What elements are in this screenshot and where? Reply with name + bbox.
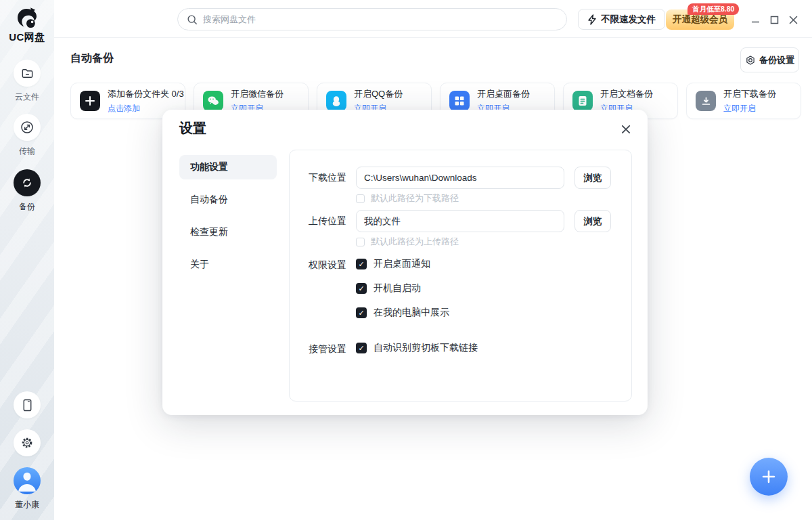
document-icon [578,95,587,106]
tab-function-settings[interactable]: 功能设置 [179,155,277,179]
download-location-label: 下载位置 [309,172,346,184]
card-action-link[interactable]: 立即开启 [723,103,776,114]
nut-gear-icon [745,55,756,66]
sidebar-user[interactable]: 董小康 [0,467,54,511]
clipboard-detect-checkbox-row[interactable]: ✓ 自动识别剪切板下载链接 [356,342,478,354]
sidebar-label: 传输 [0,146,54,157]
search-input[interactable] [203,14,558,24]
upload-path-input[interactable] [356,210,564,232]
add-folder-icon [85,95,95,106]
card-title: 开启桌面备份 [477,88,530,100]
download-default-checkbox-row[interactable]: 默认此路径为下载路径 [356,192,459,204]
phone-icon [22,399,33,412]
maximize-icon [770,16,779,24]
settings-dialog: 设置 功能设置 自动备份 检查更新 关于 下载位置 浏览 默认此路径为下载路径 … [162,110,648,415]
checkbox-checked[interactable]: ✓ [356,283,367,294]
download-default-label: 默认此路径为下载路径 [371,192,459,204]
plus-icon [761,469,777,485]
permission-settings-label: 权限设置 [309,259,346,272]
person-icon [14,467,41,494]
sidebar-item-transfer[interactable]: 传输 [0,114,54,157]
sidebar-item-backup[interactable]: 备份 [0,169,54,213]
window-minimize-button[interactable] [748,13,762,26]
sync-backup-icon [20,176,34,190]
sidebar-label: 备份 [0,201,54,213]
settings-tab-list: 功能设置 自动备份 检查更新 关于 [179,155,277,285]
settings-close-button[interactable] [618,122,633,137]
sidebar-label: 云文件 [0,91,54,103]
checkbox-checked[interactable]: ✓ [356,343,367,353]
upload-default-checkbox-row[interactable]: 默认此路径为上传路径 [356,236,459,248]
qq-icon [331,95,342,107]
search-icon [187,14,198,25]
upload-location-label: 上传位置 [309,215,346,228]
auto-start-checkbox-row[interactable]: ✓ 开机自启动 [356,282,421,295]
settings-panel: 下载位置 浏览 默认此路径为下载路径 上传位置 浏览 默认此路径为上传路径 权限… [289,150,632,402]
tab-auto-backup[interactable]: 自动备份 [179,188,277,212]
card-title: 添加备份文件夹 0/3 [108,88,184,100]
gear-icon [20,436,34,450]
sidebar-item-cloud-files[interactable]: 云文件 [0,60,54,103]
close-icon [621,125,631,134]
app-name: UC网盘 [0,31,54,44]
transfer-icon [20,121,34,134]
uc-squirrel-logo-icon [15,7,39,30]
tab-check-update[interactable]: 检查更新 [179,220,277,244]
wechat-icon [207,95,219,106]
window-maximize-button[interactable] [767,13,781,26]
settings-dialog-title: 设置 [179,119,206,137]
page-title: 自动备份 [70,51,114,66]
fast-send-button[interactable]: 不限速发文件 [578,9,665,30]
app-window: UC网盘 云文件 传输 [0,0,812,520]
window-close-button[interactable] [786,13,800,26]
add-fab-button[interactable] [750,458,788,496]
card-title: 开启文档备份 [600,88,653,100]
card-title: 开启QQ备份 [354,88,403,100]
fast-send-label: 不限速发文件 [601,14,656,26]
backup-settings-label: 备份设置 [759,54,794,66]
download-icon [701,96,711,106]
sidebar-item-mobile[interactable] [0,391,54,418]
sidebar: UC网盘 云文件 传输 [0,0,54,520]
upload-browse-button[interactable]: 浏览 [574,210,611,232]
card-title: 开启微信备份 [231,88,284,100]
download-path-input[interactable] [356,167,564,189]
show-in-my-computer-checkbox-row[interactable]: ✓ 在我的电脑中展示 [356,307,449,319]
minimize-icon [751,16,760,24]
takeover-settings-label: 接管设置 [309,343,346,355]
tab-about[interactable]: 关于 [179,253,277,277]
close-icon [789,16,798,24]
checkbox-unchecked[interactable] [356,194,365,203]
topbar-divider [54,37,812,38]
desktop-notify-checkbox-row[interactable]: ✓ 开启桌面通知 [356,258,430,270]
vip-promo-badge: 首月低至8.80 [687,3,739,15]
backup-settings-button[interactable]: 备份设置 [740,47,799,72]
checkbox-checked[interactable]: ✓ [356,259,367,269]
folder-icon [21,67,34,80]
checkbox-checked[interactable]: ✓ [356,307,367,318]
card-title: 开启下载备份 [723,88,776,100]
sidebar-item-settings[interactable] [0,429,54,456]
download-browse-button[interactable]: 浏览 [574,167,611,189]
avatar [14,467,41,494]
card-download-backup[interactable]: 开启下载备份 立即开启 [686,83,801,119]
upload-default-label: 默认此路径为上传路径 [371,236,459,248]
user-name: 董小康 [0,499,54,511]
lightning-icon [587,14,597,25]
checkbox-unchecked[interactable] [356,238,365,246]
app-logo: UC网盘 [0,7,54,44]
search-box [177,8,567,30]
desktop-icon [454,95,465,106]
